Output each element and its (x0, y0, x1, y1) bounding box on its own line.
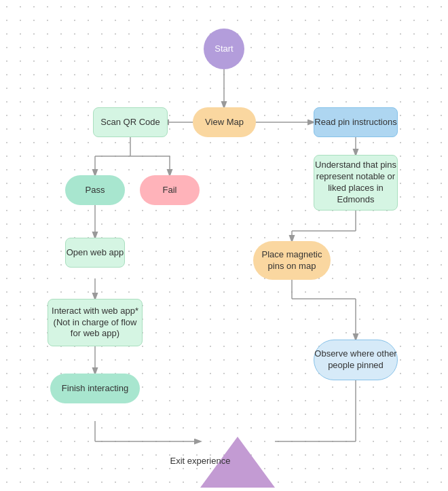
exit-triangle: Exit experience (200, 437, 275, 488)
start-node: Start (204, 29, 244, 69)
scan-qr-node: Scan QR Code (93, 107, 168, 137)
observe-node: Observe where other people pinned (314, 340, 398, 380)
interact-web-node: Interact with web app* (Not in charge of… (48, 299, 143, 346)
flowchart-diagram: Start View Map Scan QR Code Read pin ins… (0, 0, 448, 491)
fail-node: Fail (140, 175, 200, 205)
view-map-node: View Map (193, 107, 256, 137)
place-magnetic-node: Place magnetic pins on map (253, 241, 331, 280)
read-pin-node: Read pin instructions (314, 107, 398, 137)
pass-node: Pass (65, 175, 125, 205)
open-webapp-node: Open web app (65, 238, 125, 268)
understand-node: Understand that pins represent notable o… (314, 155, 398, 211)
finish-interacting-node: Finish interacting (50, 374, 140, 403)
exit-label: Exit experience (163, 456, 238, 466)
